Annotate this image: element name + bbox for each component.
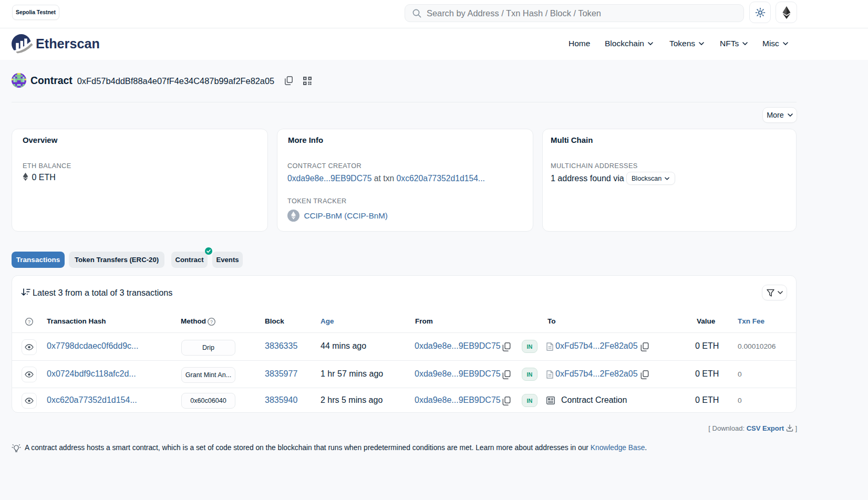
svg-text:?: ? [28, 319, 30, 325]
svg-text:?: ? [210, 319, 213, 325]
